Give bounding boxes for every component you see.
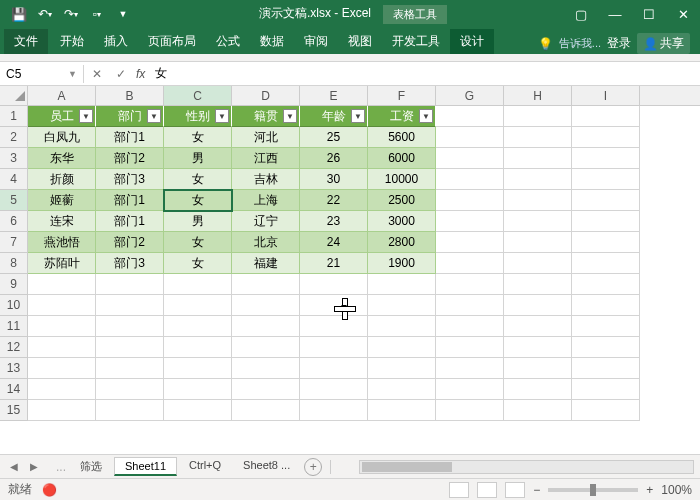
cell-D15[interactable] xyxy=(232,400,300,421)
cell-H15[interactable] xyxy=(504,400,572,421)
col-header-A[interactable]: A xyxy=(28,86,96,105)
cell-D10[interactable] xyxy=(232,295,300,316)
cell-B7[interactable]: 部门2 xyxy=(96,232,164,253)
cell-D3[interactable]: 江西 xyxy=(232,148,300,169)
cell-H10[interactable] xyxy=(504,295,572,316)
col-header-G[interactable]: G xyxy=(436,86,504,105)
cell-F1[interactable]: 工资▼ xyxy=(368,106,436,127)
cell-A5[interactable]: 姬蘅 xyxy=(28,190,96,211)
row-header-6[interactable]: 6 xyxy=(0,211,27,232)
cell-G13[interactable] xyxy=(436,358,504,379)
cell-G14[interactable] xyxy=(436,379,504,400)
cell-E7[interactable]: 24 xyxy=(300,232,368,253)
cell-B6[interactable]: 部门1 xyxy=(96,211,164,232)
cell-F11[interactable] xyxy=(368,316,436,337)
zoom-slider[interactable] xyxy=(548,488,638,492)
cell-E13[interactable] xyxy=(300,358,368,379)
view-normal-button[interactable] xyxy=(449,482,469,498)
save-button[interactable]: 💾 xyxy=(8,3,30,25)
cell-I10[interactable] xyxy=(572,295,640,316)
cell-E9[interactable] xyxy=(300,274,368,295)
cell-F3[interactable]: 6000 xyxy=(368,148,436,169)
sheet-tab-Sheet8 ...[interactable]: Sheet8 ... xyxy=(233,457,300,476)
col-header-C[interactable]: C xyxy=(164,86,232,105)
cell-B1[interactable]: 部门▼ xyxy=(96,106,164,127)
cell-E10[interactable] xyxy=(300,295,368,316)
col-header-I[interactable]: I xyxy=(572,86,640,105)
cell-F2[interactable]: 5600 xyxy=(368,127,436,148)
formula-input[interactable] xyxy=(151,65,696,83)
cell-D9[interactable] xyxy=(232,274,300,295)
col-header-H[interactable]: H xyxy=(504,86,572,105)
undo-button[interactable]: ↶▾ xyxy=(34,3,56,25)
cell-C9[interactable] xyxy=(164,274,232,295)
cell-G10[interactable] xyxy=(436,295,504,316)
cell-H7[interactable] xyxy=(504,232,572,253)
new-button[interactable]: ▫▾ xyxy=(86,3,108,25)
cell-D1[interactable]: 籍贯▼ xyxy=(232,106,300,127)
sheet-nav-next[interactable]: ▶ xyxy=(26,459,42,475)
cell-H1[interactable] xyxy=(504,106,572,127)
cell-C7[interactable]: 女 xyxy=(164,232,232,253)
cell-B14[interactable] xyxy=(96,379,164,400)
cell-C10[interactable] xyxy=(164,295,232,316)
cell-F8[interactable]: 1900 xyxy=(368,253,436,274)
cell-G4[interactable] xyxy=(436,169,504,190)
zoom-level[interactable]: 100% xyxy=(661,483,692,497)
cell-F10[interactable] xyxy=(368,295,436,316)
cell-B5[interactable]: 部门1 xyxy=(96,190,164,211)
cell-I5[interactable] xyxy=(572,190,640,211)
cell-G2[interactable] xyxy=(436,127,504,148)
tab-开发工具[interactable]: 开发工具 xyxy=(382,29,450,54)
cell-E11[interactable] xyxy=(300,316,368,337)
cell-D14[interactable] xyxy=(232,379,300,400)
select-all-corner[interactable] xyxy=(0,86,28,106)
tab-数据[interactable]: 数据 xyxy=(250,29,294,54)
cell-G5[interactable] xyxy=(436,190,504,211)
cell-E1[interactable]: 年龄▼ xyxy=(300,106,368,127)
cell-A6[interactable]: 连宋 xyxy=(28,211,96,232)
cell-B3[interactable]: 部门2 xyxy=(96,148,164,169)
cell-I4[interactable] xyxy=(572,169,640,190)
cell-H9[interactable] xyxy=(504,274,572,295)
cell-I15[interactable] xyxy=(572,400,640,421)
tab-插入[interactable]: 插入 xyxy=(94,29,138,54)
tab-审阅[interactable]: 审阅 xyxy=(294,29,338,54)
cell-C12[interactable] xyxy=(164,337,232,358)
cell-A13[interactable] xyxy=(28,358,96,379)
filter-button[interactable]: ▼ xyxy=(351,109,365,123)
cell-B15[interactable] xyxy=(96,400,164,421)
row-header-2[interactable]: 2 xyxy=(0,127,27,148)
cell-G11[interactable] xyxy=(436,316,504,337)
col-header-F[interactable]: F xyxy=(368,86,436,105)
column-headers[interactable]: ABCDEFGHI xyxy=(28,86,700,106)
cell-D4[interactable]: 吉林 xyxy=(232,169,300,190)
cell-A8[interactable]: 苏陌叶 xyxy=(28,253,96,274)
row-header-7[interactable]: 7 xyxy=(0,232,27,253)
cell-C3[interactable]: 男 xyxy=(164,148,232,169)
cell-F13[interactable] xyxy=(368,358,436,379)
cell-E4[interactable]: 30 xyxy=(300,169,368,190)
cell-H5[interactable] xyxy=(504,190,572,211)
cell-E6[interactable]: 23 xyxy=(300,211,368,232)
tab-页面布局[interactable]: 页面布局 xyxy=(138,29,206,54)
cell-C1[interactable]: 性别▼ xyxy=(164,106,232,127)
sheet-tab-Ctrl+Q[interactable]: Ctrl+Q xyxy=(179,457,231,476)
cell-E14[interactable] xyxy=(300,379,368,400)
tab-视图[interactable]: 视图 xyxy=(338,29,382,54)
cell-A2[interactable]: 白凤九 xyxy=(28,127,96,148)
cell-H2[interactable] xyxy=(504,127,572,148)
cell-B11[interactable] xyxy=(96,316,164,337)
tab-设计[interactable]: 设计 xyxy=(450,29,494,54)
cell-I3[interactable] xyxy=(572,148,640,169)
cell-I6[interactable] xyxy=(572,211,640,232)
cell-E12[interactable] xyxy=(300,337,368,358)
cell-H8[interactable] xyxy=(504,253,572,274)
spreadsheet-grid[interactable]: ABCDEFGHI 123456789101112131415 员工▼部门▼性别… xyxy=(0,86,700,454)
cell-A15[interactable] xyxy=(28,400,96,421)
maximize-button[interactable]: ☐ xyxy=(632,0,666,28)
filter-button[interactable]: ▼ xyxy=(283,109,297,123)
name-box[interactable]: C5 ▼ xyxy=(0,65,84,83)
tab-file[interactable]: 文件 xyxy=(4,29,48,54)
cell-C11[interactable] xyxy=(164,316,232,337)
